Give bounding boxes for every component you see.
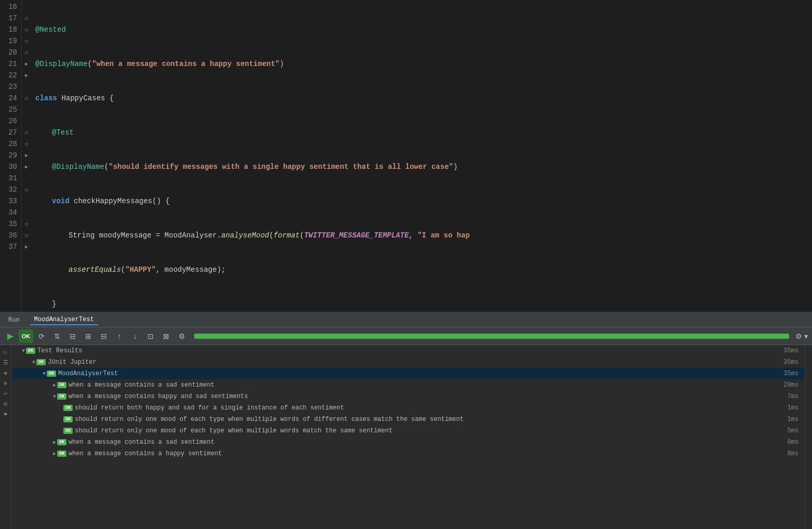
code-editor: 1617181920 2122232425 2627282930 3132333… [0, 0, 812, 312]
gutter-26 [22, 115, 31, 127]
test-one-mood-diff-row[interactable]: OK should return only one mood of each t… [11, 414, 805, 425]
line-numbers: 1617181920 2122232425 2627282930 3132333… [0, 0, 22, 312]
gutter-fold-29[interactable]: ▶ [22, 150, 31, 161]
sad-sentiment-time-1: 20ms [783, 381, 803, 389]
ok-badge-diff: OK [63, 416, 73, 422]
gutter-fold-28[interactable]: ◻ [22, 138, 31, 150]
ok-badge-moodtest: OK [47, 371, 56, 377]
test-one-mood-same-row[interactable]: OK should return only one mood of each t… [11, 425, 805, 437]
code-line-24: } [35, 298, 812, 310]
sad-sentiment-label-1: when a message contains a sad sentiment [69, 381, 214, 389]
gutter-fold-36[interactable]: ◻ [22, 230, 31, 241]
run-panel-header: Run MoodAnalyserTest [0, 313, 812, 327]
ok-badge-junit: OK [36, 359, 46, 365]
expand-arrow-junit: ▼ [32, 360, 35, 365]
sad-sentiment-time-2: 0ms [787, 439, 803, 446]
moodanalysertest-label: MoodAnalyserTest [58, 370, 118, 377]
test-results-time: 35ms [783, 347, 803, 354]
gutter-fold-18[interactable]: ◻ [22, 24, 31, 35]
run-content-area: ▷ ☰ ◈ ⊕ ↩ ⊟ ⚑ ▼ OK Test Results 35ms [0, 345, 812, 529]
run-toolbar: ▶ OK ⟳ ⇅ ⊟ ⊞ ⊟ ↑ ↓ ⊡ ⊠ ⚙ ⚙ ▾ [0, 327, 812, 345]
ok-badge-root: OK [26, 348, 35, 354]
moodanalysertest-row[interactable]: ▼ OK MoodAnalyserTest 35ms [11, 368, 805, 379]
ok-badge-happy: OK [57, 451, 66, 457]
sidebar-icon-7[interactable]: ⚑ [1, 409, 10, 419]
test-both-happy-sad-row[interactable]: OK should return both happy and sad for … [11, 402, 805, 414]
same-label: should return only one mood of each type… [75, 427, 393, 434]
import-button[interactable]: ⊠ [159, 329, 173, 343]
gutter-fold-22[interactable]: ▶ [22, 70, 31, 81]
progress-bar-container [194, 334, 789, 339]
ok-badge-both: OK [63, 405, 73, 411]
gutter-fold-19[interactable]: ◻ [22, 35, 31, 47]
sidebar-icon-2[interactable]: ☰ [1, 358, 10, 367]
gutter-25 [22, 104, 31, 115]
collapse-button[interactable]: ⊟ [97, 329, 111, 343]
expand-arrow-happy: ▶ [53, 451, 56, 457]
sad-sentiment-row-2[interactable]: ▶ OK when a message contains a sad senti… [11, 437, 805, 448]
happy-sentiment-time: 8ms [787, 450, 803, 457]
gutter: ◻ ◻ ◻ ◻ ▶ ▶ ◻ ◻ ◻ ▶ ▶ ◻ ◻ ◻ ▶ [22, 0, 31, 312]
rerun-button[interactable]: ⟳ [34, 329, 49, 343]
gear-settings-button[interactable]: ⚙ ▾ [794, 329, 809, 343]
code-line-20: @DisplayName("should identify messages w… [35, 161, 812, 173]
sidebar-icon-3[interactable]: ◈ [1, 368, 10, 377]
down-button[interactable]: ↓ [128, 329, 142, 343]
both-time: 1ms [787, 404, 803, 412]
happy-sad-time: 7ms [787, 393, 803, 400]
gutter-fold-20[interactable]: ◻ [22, 47, 31, 58]
gutter-fold-27[interactable]: ◻ [22, 127, 31, 138]
sidebar-icon-4[interactable]: ⊕ [1, 378, 10, 388]
test-results-label: Test Results [37, 347, 82, 354]
expand-button[interactable]: ⊞ [81, 329, 96, 343]
same-time: 5ms [787, 427, 803, 434]
gutter-fold-30[interactable]: ▶ [22, 161, 31, 173]
test-results-root[interactable]: ▼ OK Test Results 35ms [11, 345, 805, 356]
sidebar-icon-6[interactable]: ⊟ [1, 399, 10, 408]
diff-label: should return only one mood of each type… [75, 416, 464, 423]
happy-sentiment-row[interactable]: ▶ OK when a message contains a happy sen… [11, 448, 805, 459]
ok-green-button[interactable]: OK [19, 329, 33, 343]
junit-jupiter-row[interactable]: ▼ OK JUnit Jupiter 35ms [11, 356, 805, 368]
code-line-19: @Test [35, 127, 812, 138]
expand-arrow-sad1: ▶ [53, 382, 56, 388]
gutter-23 [22, 81, 31, 92]
filter-button[interactable]: ⊟ [65, 329, 80, 343]
left-sidebar-icons: ▷ ☰ ◈ ⊕ ↩ ⊟ ⚑ [0, 345, 11, 529]
play-button[interactable]: ▶ [3, 329, 18, 343]
sort-button[interactable]: ⇅ [50, 329, 64, 343]
gutter-16 [22, 1, 31, 12]
ok-badge-happysad: OK [57, 393, 66, 400]
expand-arrow-root: ▼ [22, 348, 25, 354]
code-line-21: void checkHappyMessages() { [35, 195, 812, 207]
sad-sentiment-label-2: when a message contains a sad sentiment [69, 439, 214, 446]
sad-sentiment-row-1[interactable]: ▶ OK when a message contains a sad senti… [11, 379, 805, 391]
gutter-fold-17[interactable]: ◻ [22, 12, 31, 24]
moodanalysertest-time: 35ms [783, 370, 803, 377]
gutter-fold-24[interactable]: ◻ [22, 92, 31, 104]
expand-arrow-sad2: ▶ [53, 439, 56, 445]
run-panel: Run MoodAnalyserTest ▶ OK ⟳ ⇅ ⊟ ⊞ ⊟ ↑ ↓ … [0, 312, 812, 529]
moodanalysertest-tab[interactable]: MoodAnalyserTest [30, 315, 98, 325]
run-tab[interactable]: Run [4, 315, 24, 325]
code-line-18: class HappyCases { [35, 92, 812, 104]
happy-sad-row[interactable]: ▼ OK when a message contains happy and s… [11, 391, 805, 402]
sidebar-icon-1[interactable]: ▷ [1, 347, 10, 356]
export-button[interactable]: ⊡ [143, 329, 158, 343]
both-label: should return both happy and sad for a s… [75, 404, 344, 412]
gutter-34 [22, 207, 31, 218]
code-line-22: String moodyMessage = MoodAnalyser.analy… [35, 230, 812, 241]
sidebar-icon-5[interactable]: ↩ [1, 389, 10, 398]
up-button[interactable]: ↑ [112, 329, 127, 343]
code-content[interactable]: @Nested @DisplayName("when a message con… [31, 0, 812, 312]
gutter-fold-21[interactable]: ▶ [22, 58, 31, 70]
gutter-fold-32[interactable]: ◻ [22, 184, 31, 195]
gutter-fold-35[interactable]: ◻ [22, 218, 31, 230]
test-results-panel[interactable]: ▼ OK Test Results 35ms ▼ OK JUnit Jupite… [11, 345, 805, 529]
junit-jupiter-time: 35ms [783, 359, 803, 366]
junit-jupiter-label: JUnit Jupiter [48, 359, 97, 366]
settings-button[interactable]: ⚙ [174, 329, 189, 343]
happy-sentiment-label: when a message contains a happy sentimen… [69, 450, 222, 457]
gutter-33 [22, 195, 31, 207]
gutter-fold-37[interactable]: ▶ [22, 241, 31, 253]
